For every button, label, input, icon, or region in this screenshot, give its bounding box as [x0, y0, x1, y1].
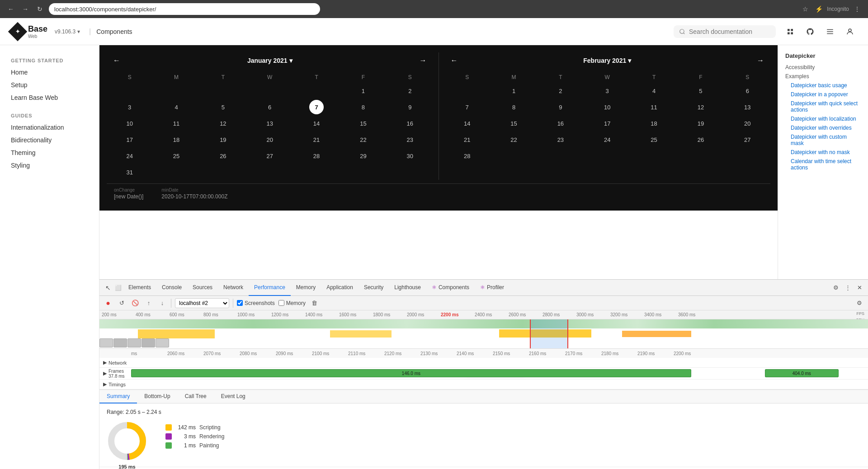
tab-application[interactable]: Application — [321, 280, 359, 296]
github-icon — [806, 28, 814, 36]
toc-item-time-select[interactable]: Calendar with time select actions — [785, 157, 861, 172]
tab-memory[interactable]: Memory — [291, 280, 321, 296]
toc-item-no-mask[interactable]: Datepicker with no mask — [785, 148, 861, 157]
total-label: 195 ms — [118, 464, 135, 469]
devtools-toggle-btn[interactable]: ⬜ — [113, 283, 123, 293]
svg-rect-5 — [791, 32, 793, 34]
svg-point-0 — [680, 29, 684, 33]
svg-rect-2 — [788, 29, 790, 31]
menu-icon-button[interactable] — [823, 24, 837, 39]
jan-prev-button[interactable]: ← — [110, 54, 123, 67]
main-content: ← January 2021 ▾ → S M T — [99, 45, 778, 279]
tab-elements[interactable]: Elements — [123, 280, 156, 296]
memory-checkbox[interactable]: Memory — [278, 300, 306, 306]
address-bar[interactable] — [49, 3, 320, 15]
february-calendar: ← February 2021 ▾ → S M T — [444, 52, 771, 180]
toc-item-accessibility[interactable]: Accessibility — [785, 63, 861, 72]
hamburger-icon — [826, 28, 834, 36]
section-getting-started: GETTING STARTED — [0, 54, 99, 66]
section-guides: GUIDES — [0, 109, 99, 121]
selected-day-7[interactable]: 7 — [309, 100, 324, 114]
sidebar-item-styling[interactable]: Styling — [0, 159, 99, 172]
overview-ruler: 200 ms 400 ms 600 ms 800 ms 1000 ms 1200… — [99, 310, 868, 319]
extensions-button[interactable]: ⚡ — [813, 4, 824, 14]
github-icon-button[interactable] — [803, 24, 817, 39]
timings-row: ▶ Timings — [99, 380, 868, 389]
profile-icon-button[interactable] — [843, 24, 857, 39]
calendar-container: ← January 2021 ▾ → S M T — [107, 52, 770, 180]
january-calendar: ← January 2021 ▾ → S M T — [107, 52, 433, 180]
version-badge[interactable]: v9.106.3 ▾ — [55, 28, 80, 35]
upload-btn[interactable]: ↑ — [144, 298, 154, 308]
tab-bottom-up[interactable]: Bottom-Up — [137, 390, 177, 403]
toc-item-examples[interactable]: Examples — [785, 72, 861, 81]
sidebar-item-bidir[interactable]: Bidirectionality — [0, 134, 99, 146]
tab-console[interactable]: Console — [156, 280, 187, 296]
forward-button[interactable]: → — [20, 4, 31, 14]
sidebar-item-i18n[interactable]: Internationalization — [0, 121, 99, 134]
tab-profiler[interactable]: ⚛Profiler — [475, 280, 509, 296]
detail-ruler: ms 2060 ms 2070 ms 2080 ms 2090 ms 2100 … — [99, 349, 868, 358]
devtools-settings-btn[interactable]: ⚙ — [831, 283, 841, 293]
instance-select[interactable]: localhost #2 — [175, 298, 229, 308]
sidebar-item-home[interactable]: Home — [0, 66, 99, 79]
overview-chart[interactable] — [99, 319, 868, 349]
tab-performance[interactable]: Performance — [249, 280, 291, 296]
record-btn[interactable]: ● — [103, 298, 113, 308]
search-bar[interactable] — [674, 25, 776, 38]
toc-item-popover[interactable]: Datepicker in a popover — [785, 90, 861, 99]
toc-item-basic[interactable]: Datepicker basic usage — [785, 81, 861, 90]
legend-rendering: 3 ms Rendering — [165, 433, 224, 440]
summary-content: Range: 2.05 s – 2.24 s — [99, 403, 868, 467]
screenshots-checkbox[interactable]: Screenshots — [237, 300, 275, 306]
refresh-button[interactable]: ↻ — [34, 4, 45, 14]
range-text: Range: 2.05 s – 2.24 s — [107, 409, 861, 415]
tab-lighthouse[interactable]: Lighthouse — [389, 280, 426, 296]
blocking-time-bar: Total blocking time: 645.98ms (estimated… — [99, 467, 868, 469]
tab-security[interactable]: Security — [359, 280, 389, 296]
tab-components[interactable]: ⚛Components — [426, 280, 475, 296]
jan-next-button[interactable]: → — [416, 54, 429, 67]
toc-item-custom-mask[interactable]: Datepicker with custom mask — [785, 132, 861, 148]
timeline-area: 200 ms 400 ms 600 ms 800 ms 1000 ms 1200… — [99, 310, 868, 469]
tab-summary[interactable]: Summary — [99, 390, 137, 403]
tab-call-tree[interactable]: Call Tree — [178, 390, 214, 403]
bottom-panel: Summary Bottom-Up Call Tree Event Log Ra… — [99, 389, 868, 469]
devtools-close-btn[interactable]: ✕ — [854, 283, 864, 293]
toc-item-localization[interactable]: Datepicker with localization — [785, 114, 861, 123]
devtools-toolbar: ● ↺ 🚫 ↑ ↓ localhost #2 Screenshots Memor… — [99, 296, 868, 310]
main-and-toc: ← January 2021 ▾ → S M T — [99, 45, 868, 469]
devtools-pointer-tool[interactable]: ↖ — [103, 283, 113, 293]
tab-sources[interactable]: Sources — [187, 280, 218, 296]
capture-settings-btn[interactable]: ⚙ — [854, 298, 864, 308]
memory-check[interactable] — [278, 300, 284, 306]
devtools-tabs: ↖ ⬜ Elements Console Sources Network Per… — [99, 280, 868, 296]
bookmark-button[interactable]: ☆ — [800, 4, 811, 14]
network-row: ▶ Network — [99, 358, 868, 368]
screenshots-check[interactable] — [237, 300, 243, 306]
download-btn[interactable]: ↓ — [157, 298, 167, 308]
tab-event-log[interactable]: Event Log — [214, 390, 253, 403]
timeline-rows: ▶ Network ▶ Frames 37.8 ms — [99, 358, 868, 389]
feb-next-button[interactable]: → — [754, 54, 767, 67]
tab-network[interactable]: Network — [218, 280, 249, 296]
toc-item-quick-select[interactable]: Datepicker with quick select actions — [785, 99, 861, 114]
grid-icon-button[interactable] — [783, 24, 797, 39]
search-input[interactable] — [689, 28, 770, 35]
toc-item-overrides[interactable]: Datepicker with overrides — [785, 123, 861, 132]
reload-record-btn[interactable]: ↺ — [117, 298, 127, 308]
logo-area[interactable]: ✦ Base Web — [11, 24, 47, 39]
sidebar-item-theming[interactable]: Theming — [0, 146, 99, 159]
bottom-tabs: Summary Bottom-Up Call Tree Event Log — [99, 390, 868, 403]
menu-button[interactable]: ⋮ — [852, 4, 863, 14]
clear-btn[interactable]: 🚫 — [130, 298, 140, 308]
back-button[interactable]: ← — [5, 4, 16, 14]
sidebar-item-learn[interactable]: Learn Base Web — [0, 91, 99, 104]
feb-prev-button[interactable]: ← — [448, 54, 461, 67]
delete-btn[interactable]: 🗑 — [309, 298, 319, 308]
nav-components[interactable]: Components — [96, 28, 132, 35]
logo-icon: ✦ — [8, 22, 27, 41]
sidebar-item-setup[interactable]: Setup — [0, 79, 99, 91]
devtools-more-btn[interactable]: ⋮ — [843, 283, 853, 293]
selection-overlay[interactable] — [530, 319, 568, 348]
